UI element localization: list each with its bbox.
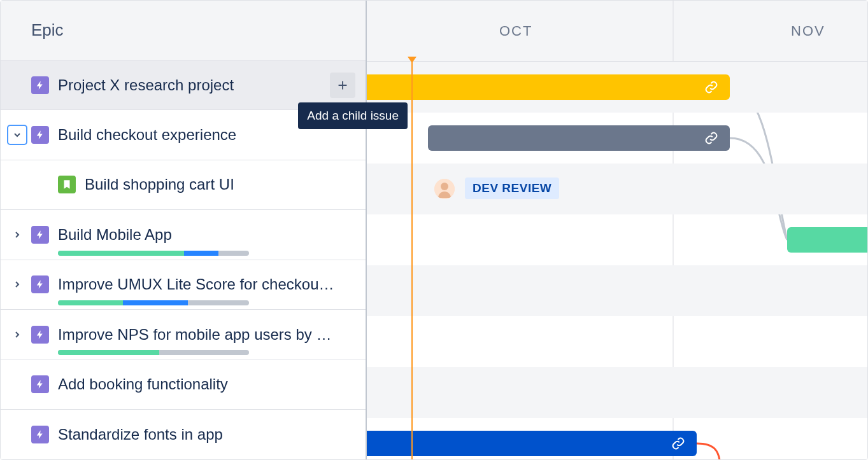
progress-bar <box>58 300 249 305</box>
epic-icon <box>31 226 49 244</box>
link-icon <box>671 436 685 450</box>
month-label: NOV <box>791 23 825 39</box>
chevron-right-icon <box>12 279 22 289</box>
today-marker <box>411 62 413 459</box>
epic-title: Improve NPS for mobile app users by … <box>58 326 355 344</box>
epic-title: Project X research project <box>58 76 330 94</box>
story-icon <box>58 176 76 193</box>
issue-title: Build shopping cart UI <box>85 176 355 193</box>
epic-title: Improve UMUX Lite Score for checkou… <box>58 275 355 293</box>
epic-list-panel: Epic Project X research project Add a ch… <box>1 1 367 459</box>
epic-icon <box>31 426 49 443</box>
timeline-bar[interactable] <box>787 227 867 253</box>
assignee-avatar[interactable] <box>434 179 455 199</box>
progress-bar <box>58 251 249 256</box>
plus-icon <box>336 78 350 92</box>
expand-toggle[interactable] <box>8 226 26 244</box>
epic-row[interactable]: Project X research project Add a child i… <box>1 60 366 110</box>
epic-row[interactable]: Add booking functionality <box>1 359 366 409</box>
timeline-rows: DEV REVIEW <box>367 62 867 459</box>
epic-icon <box>31 76 49 94</box>
epic-row[interactable]: Standardize fonts in app <box>1 410 366 459</box>
epic-row[interactable]: Improve UMUX Lite Score for checkou… <box>1 260 366 310</box>
epic-title: Standardize fonts in app <box>58 426 355 443</box>
timeline-bar[interactable] <box>428 125 730 151</box>
epic-row[interactable]: Improve NPS for mobile app users by … <box>1 310 366 359</box>
timeline-bar[interactable] <box>367 431 697 456</box>
tooltip-add-child: Add a child issue <box>298 102 408 129</box>
timeline-bar[interactable] <box>367 74 730 100</box>
link-icon <box>704 80 718 94</box>
svg-point-3 <box>441 183 448 190</box>
chevron-right-icon <box>12 230 22 240</box>
epic-icon <box>31 126 49 144</box>
expand-toggle[interactable] <box>8 275 26 293</box>
timeline-panel[interactable]: OCT NOV <box>367 1 867 459</box>
status-badge[interactable]: DEV REVIEW <box>465 178 559 199</box>
expand-toggle[interactable] <box>8 326 26 344</box>
progress-bar <box>58 350 249 355</box>
epic-icon <box>31 375 49 393</box>
expand-toggle[interactable] <box>8 126 26 144</box>
chevron-down-icon <box>12 130 22 140</box>
epic-icon <box>31 275 49 293</box>
link-icon <box>704 131 718 145</box>
month-label: OCT <box>499 23 532 39</box>
epic-title: Build Mobile App <box>58 226 355 244</box>
timeline-header: OCT NOV <box>367 1 867 62</box>
epic-row[interactable]: Build Mobile App <box>1 210 366 260</box>
child-issue-row[interactable]: Build shopping cart UI <box>1 160 366 210</box>
column-header-label: Epic <box>31 20 64 40</box>
chevron-right-icon <box>12 330 22 340</box>
column-header-epic: Epic <box>1 1 366 60</box>
epic-title: Add booking functionality <box>58 375 355 393</box>
epic-icon <box>31 326 49 344</box>
add-child-button[interactable] <box>330 73 355 98</box>
